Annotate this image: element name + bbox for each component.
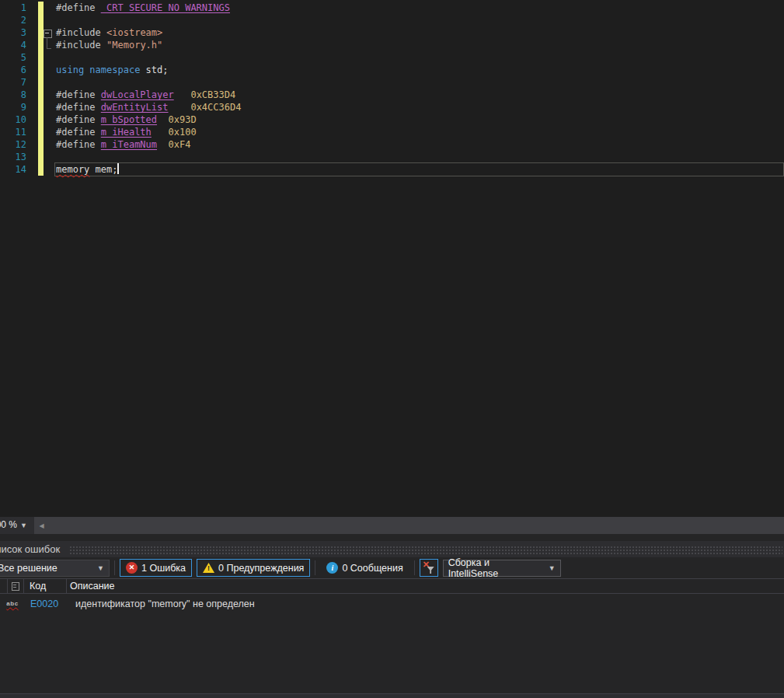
text-cursor bbox=[117, 163, 119, 174]
scroll-left-button[interactable]: ◀ bbox=[36, 517, 47, 534]
severity-cell: abc bbox=[0, 600, 25, 607]
info-icon: i bbox=[326, 562, 338, 574]
line-number: 3 bbox=[0, 26, 26, 39]
code-token: #define bbox=[56, 127, 101, 138]
code-line[interactable] bbox=[56, 76, 241, 89]
severity-column-header[interactable] bbox=[8, 579, 24, 593]
code-line[interactable]: #define m_iHealth 0x100 bbox=[56, 126, 241, 138]
code-line[interactable]: #define dwEntityList 0x4CC36D4 bbox=[56, 101, 241, 113]
code-token: #define bbox=[56, 102, 101, 113]
line-numbers: 1234567891011121314 bbox=[0, 2, 26, 176]
warnings-filter-button[interactable]: ! 0 Предупреждения bbox=[197, 559, 310, 577]
code-token: std; bbox=[146, 65, 169, 75]
chevron-down-icon: ▼ bbox=[542, 564, 556, 572]
zoom-level-value: 100 % bbox=[0, 517, 17, 534]
toolbar-separator bbox=[114, 560, 115, 575]
warnings-filter-label: 0 Предупреждения bbox=[218, 563, 304, 574]
code-token bbox=[174, 89, 191, 100]
code-line[interactable]: memory mem; bbox=[56, 163, 241, 176]
messages-filter-button[interactable]: i 0 Сообщения bbox=[320, 559, 409, 577]
code-line[interactable]: #include "Memory.h" bbox=[56, 39, 241, 51]
code-line[interactable]: #include <iostream> bbox=[56, 26, 241, 39]
code-line[interactable] bbox=[56, 151, 241, 163]
code-line[interactable]: #define _CRT_SECURE_NO_WARNINGS bbox=[56, 2, 241, 14]
line-number: 7 bbox=[0, 76, 26, 89]
code-token bbox=[157, 114, 168, 125]
error-description: идентификатор "memory" не определен bbox=[72, 599, 784, 609]
code-token: #define bbox=[56, 114, 101, 125]
chevron-down-icon: ▼ bbox=[91, 564, 104, 572]
line-number: 10 bbox=[0, 113, 26, 126]
code-token bbox=[157, 139, 168, 150]
code-editor[interactable]: 1234567891011121314 #define _CRT_SECURE_… bbox=[0, 0, 784, 517]
zoom-control[interactable]: 100 % ▼ bbox=[0, 517, 34, 534]
line-number: 8 bbox=[0, 89, 26, 101]
track-changes-bar bbox=[38, 2, 44, 176]
error-icon: ✕ bbox=[126, 562, 138, 574]
error-rows: abcE0020идентификатор "memory" не опреде… bbox=[0, 595, 784, 612]
code-lines: #define _CRT_SECURE_NO_WARNINGS#include … bbox=[56, 2, 241, 176]
code-line[interactable] bbox=[56, 14, 241, 26]
code-token: mem; bbox=[89, 164, 117, 175]
code-token: _CRT_SECURE_NO_WARNINGS bbox=[101, 2, 230, 13]
line-number: 6 bbox=[0, 64, 26, 76]
line-number: 12 bbox=[0, 138, 26, 151]
code-line[interactable]: #define m_bSpotted 0x93D bbox=[56, 113, 241, 126]
line-number: 1 bbox=[0, 2, 26, 14]
line-number: 4 bbox=[0, 39, 26, 51]
code-token: dwLocalPlayer bbox=[101, 89, 174, 100]
visual-studio-window: 1234567891011121314 #define _CRT_SECURE_… bbox=[0, 0, 784, 698]
clear-filter-button[interactable]: ✕ bbox=[420, 559, 438, 577]
code-token: <iostream> bbox=[106, 27, 162, 38]
code-token: 0xCB33D4 bbox=[190, 89, 235, 100]
line-number: 11 bbox=[0, 126, 26, 138]
toolbar-separator bbox=[315, 560, 315, 575]
titlebar-grip-texture bbox=[69, 546, 782, 555]
horizontal-scrollbar[interactable]: 100 % ▼ ◀ bbox=[0, 517, 784, 534]
chevron-down-icon: ▼ bbox=[20, 522, 27, 529]
toolbar-separator bbox=[414, 560, 415, 575]
code-token: "Memory.h" bbox=[106, 40, 162, 51]
messages-filter-label: 0 Сообщения bbox=[342, 563, 402, 574]
code-token: 0xF4 bbox=[169, 139, 191, 150]
error-row[interactable]: abcE0020идентификатор "memory" не опреде… bbox=[0, 595, 784, 612]
code-line[interactable]: using namespace std; bbox=[56, 64, 241, 76]
errors-filter-label: 1 Ошибка bbox=[141, 563, 186, 574]
description-column-header[interactable]: Описание bbox=[67, 581, 784, 592]
code-token: #include bbox=[56, 40, 106, 51]
collapse-region-icon[interactable] bbox=[44, 30, 52, 38]
code-line[interactable]: #define dwLocalPlayer 0xCB33D4 bbox=[56, 89, 241, 101]
scope-dropdown[interactable]: Все решение ▼ bbox=[0, 560, 110, 577]
grid-header-spacer bbox=[0, 579, 8, 593]
panel-title: Список ошибок bbox=[0, 543, 60, 555]
code-token: using namespace bbox=[56, 65, 146, 75]
code-token bbox=[152, 127, 169, 138]
code-line[interactable] bbox=[56, 51, 241, 64]
warning-icon: ! bbox=[203, 563, 214, 573]
error-list-title-bar[interactable]: Список ошибок bbox=[0, 541, 784, 557]
panel-bottom-strip bbox=[0, 693, 784, 698]
code-token: 0x100 bbox=[169, 127, 197, 138]
code-column-header[interactable]: Код bbox=[24, 579, 67, 593]
fold-region-end bbox=[47, 48, 51, 49]
code-token: #define bbox=[56, 89, 101, 100]
errors-filter-button[interactable]: ✕ 1 Ошибка bbox=[120, 559, 192, 577]
build-intellisense-dropdown[interactable]: Сборка и IntelliSense ▼ bbox=[443, 560, 561, 577]
error-code-link[interactable]: E0020 bbox=[25, 599, 72, 609]
code-token: dwEntityList bbox=[101, 102, 169, 113]
code-token: 0x93D bbox=[169, 114, 197, 125]
intellisense-error-icon: abc bbox=[6, 600, 18, 607]
code-line[interactable]: #define m_iTeamNum 0xF4 bbox=[56, 138, 241, 151]
code-token: #include bbox=[56, 27, 106, 38]
line-number: 13 bbox=[0, 151, 26, 163]
code-token: memory bbox=[56, 164, 89, 175]
severity-column-icon bbox=[12, 582, 19, 591]
fold-region-line bbox=[47, 37, 47, 49]
error-list-toolbar: Все решение ▼ ✕ 1 Ошибка ! 0 Предупрежде… bbox=[0, 557, 784, 578]
error-list-panel: Список ошибок Все решение ▼ ✕ 1 Ошибка !… bbox=[0, 534, 784, 698]
scope-dropdown-value: Все решение bbox=[0, 563, 57, 574]
line-number: 14 bbox=[0, 163, 26, 176]
line-number: 9 bbox=[0, 101, 26, 113]
code-token: 0x4CC36D4 bbox=[190, 102, 241, 113]
code-token: m_bSpotted bbox=[101, 114, 157, 125]
